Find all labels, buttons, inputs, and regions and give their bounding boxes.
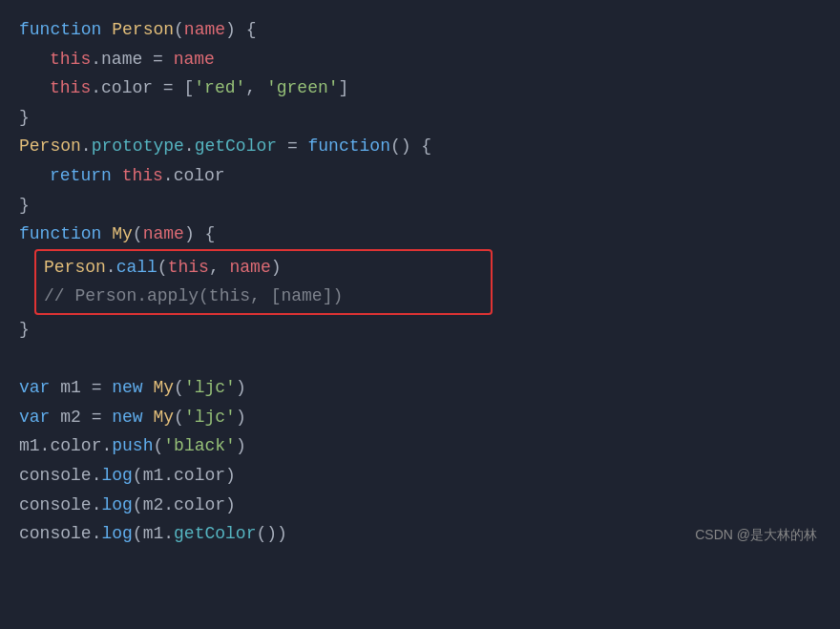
code-line-13: var m2 = new My('ljc') (19, 403, 821, 432)
code-line-12: var m1 = new My('ljc') (19, 373, 821, 403)
code-line-5: Person.prototype.getColor = function() { (19, 132, 821, 161)
code-line-11: } (19, 315, 821, 345)
code-line-4: } (19, 103, 821, 133)
code-line-15: console.log(m1.color) (19, 461, 821, 491)
code-line-7: } (19, 191, 821, 220)
watermark: CSDN @是大林的林 (695, 524, 817, 547)
code-line-6: return this.color (19, 161, 821, 191)
code-line-2: this.name = name (19, 45, 821, 74)
code-container: function Person(name) { this.name = name… (0, 0, 840, 564)
code-line-1: function Person(name) { (19, 15, 821, 45)
highlight-block: Person.call(this, name) // Person.apply(… (34, 249, 493, 315)
code-line-16: console.log(m2.color) (19, 491, 821, 520)
code-line-8: function My(name) { (19, 220, 821, 249)
code-line-10: // Person.apply(this, [name]) (44, 282, 483, 311)
code-line-3: this.color = ['red', 'green'] (19, 73, 821, 103)
code-line-14: m1.color.push('black') (19, 431, 821, 461)
code-line-empty (19, 345, 821, 374)
code-line-9: Person.call(this, name) (44, 253, 483, 283)
